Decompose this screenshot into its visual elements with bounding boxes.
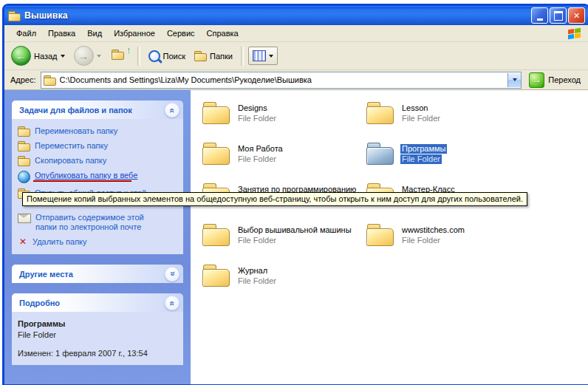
address-folder-icon (44, 75, 56, 85)
close-button[interactable] (568, 7, 585, 24)
folder-item-vybor-vyshivalnoy-mashiny[interactable]: Выбор вышивальной машины File Folder (202, 224, 366, 265)
task-rename-folder[interactable]: Переименовать папку (18, 126, 179, 136)
details-folder-type: File Folder (18, 330, 177, 339)
folder-type: File Folder (236, 154, 278, 164)
folder-item-programmy-selected[interactable]: Программы File Folder (366, 143, 530, 183)
folder-item-zhurnal[interactable]: Журнал File Folder (202, 265, 366, 305)
folder-icon (202, 143, 230, 164)
section-title: Задачи для файлов и папок (19, 106, 132, 115)
menu-bar: Файл Правка Вид Избранное Сервис Справка (4, 25, 588, 42)
task-copy-folder[interactable]: Скопировать папку (18, 156, 179, 166)
back-label: Назад (34, 52, 58, 61)
menu-item-help[interactable]: Справка (201, 27, 245, 40)
section-details: Подробно Программы File Folder Изменен: … (12, 293, 183, 365)
move-folder-icon (18, 141, 30, 151)
task-email-folder[interactable]: Отправить содержимое этой папки по элект… (18, 213, 179, 232)
publish-web-icon (18, 171, 30, 183)
back-dropdown-icon[interactable] (61, 55, 65, 58)
folder-type: File Folder (400, 154, 442, 164)
folder-type: File Folder (236, 114, 278, 123)
up-button[interactable] (106, 47, 133, 64)
folder-type: File Folder (236, 236, 278, 245)
folder-icon (202, 102, 230, 123)
section-title: Другие места (19, 270, 73, 279)
section-header-other-places[interactable]: Другие места (12, 265, 183, 283)
folder-name: Lesson (400, 103, 429, 113)
task-publish-folder-web[interactable]: Опубликовать папку в вебе (18, 171, 179, 183)
main-area: Задачи для файлов и папок Переименовать … (4, 90, 588, 384)
folder-item-designs[interactable]: Designs File Folder (202, 102, 366, 143)
up-folder-icon (112, 50, 128, 62)
folder-name: Журнал (236, 266, 269, 276)
folder-item-wwwstitches[interactable]: wwwstitches.com File Folder (366, 224, 530, 265)
windows-logo-icon (568, 27, 581, 38)
search-label: Поиск (163, 52, 185, 61)
folders-button[interactable]: Папки (191, 49, 236, 63)
back-button[interactable]: Назад (7, 44, 69, 68)
address-bar: Адрес: C:\Documents and Settings\Liza\My… (4, 70, 588, 90)
folder-type: File Folder (236, 276, 278, 286)
menu-item-tools[interactable]: Сервис (161, 27, 201, 40)
go-button[interactable]: Переход (526, 71, 584, 89)
folders-icon (194, 51, 207, 61)
menu-item-file[interactable]: Файл (10, 27, 42, 40)
details-folder-name: Программы (18, 319, 177, 328)
toolbar: Назад Поиск Папки (4, 42, 588, 70)
toolbar-separator (137, 47, 140, 66)
folder-icon (366, 102, 394, 123)
menu-item-edit[interactable]: Правка (42, 27, 81, 40)
task-label: Опубликовать папку в вебе (35, 171, 137, 180)
folder-type: File Folder (400, 236, 442, 245)
forward-icon (74, 46, 94, 66)
search-button[interactable]: Поиск (145, 48, 189, 64)
folder-icon (202, 265, 230, 286)
task-delete-folder[interactable]: Удалить папку (18, 237, 179, 247)
folder-item-moya-rabota[interactable]: Моя Работа File Folder (202, 143, 366, 183)
folder-name: Моя Работа (236, 144, 284, 154)
go-icon (529, 72, 544, 88)
chevron-down-icon (513, 78, 517, 81)
forward-dropdown-icon (97, 55, 101, 58)
title-bar[interactable]: Вышивка (4, 6, 588, 25)
folder-item-lesson[interactable]: Lesson File Folder (366, 102, 530, 143)
folder-icon-selected (366, 143, 394, 164)
address-dropdown-button[interactable] (507, 73, 521, 87)
close-icon (573, 11, 580, 20)
minimize-icon (537, 18, 543, 21)
section-title: Подробно (19, 299, 60, 307)
folder-name: wwwstitches.com (400, 225, 466, 235)
folder-name: Выбор вышивальной машины (236, 225, 353, 235)
details-body: Программы File Folder Изменен: 1 февраля… (12, 312, 183, 365)
section-other-places: Другие места (12, 265, 183, 283)
menu-item-view[interactable]: Вид (81, 27, 108, 40)
menu-item-favorites[interactable]: Избранное (108, 27, 161, 40)
section-header-file-folder-tasks[interactable]: Задачи для файлов и папок (12, 100, 183, 119)
folders-label: Папки (210, 52, 233, 61)
address-value[interactable]: C:\Documents and Settings\Liza\My Docume… (60, 75, 505, 84)
toolbar-separator (241, 47, 244, 66)
window-folder-icon (8, 11, 21, 21)
section-header-details[interactable]: Подробно (12, 293, 183, 312)
task-label: Удалить папку (33, 237, 87, 247)
forward-button[interactable] (70, 44, 105, 68)
folder-name: Designs (236, 103, 269, 113)
address-input[interactable]: C:\Documents and Settings\Liza\My Docume… (41, 72, 522, 89)
maximize-button[interactable] (550, 7, 567, 24)
views-dropdown-icon (269, 55, 273, 58)
task-move-folder[interactable]: Переместить папку (18, 141, 179, 151)
chevron-up-icon[interactable] (165, 103, 180, 117)
task-label: Переместить папку (35, 141, 108, 151)
views-button[interactable] (248, 47, 278, 65)
delete-icon (18, 237, 28, 247)
explorer-window: Вышивка Файл Правка Вид Избранное Сервис… (2, 4, 588, 385)
folder-name: Программы (400, 144, 447, 154)
minimize-button[interactable] (531, 7, 548, 24)
folder-type: File Folder (400, 114, 442, 123)
chevron-down-icon[interactable] (165, 267, 180, 282)
chevron-up-icon[interactable] (165, 296, 180, 310)
section-file-folder-tasks: Задачи для файлов и папок Переименовать … (12, 100, 183, 254)
task-label: Отправить содержимое этой папки по элект… (35, 213, 163, 232)
back-icon (11, 46, 31, 66)
task-label: Скопировать папку (35, 156, 106, 166)
copy-folder-icon (18, 156, 30, 166)
